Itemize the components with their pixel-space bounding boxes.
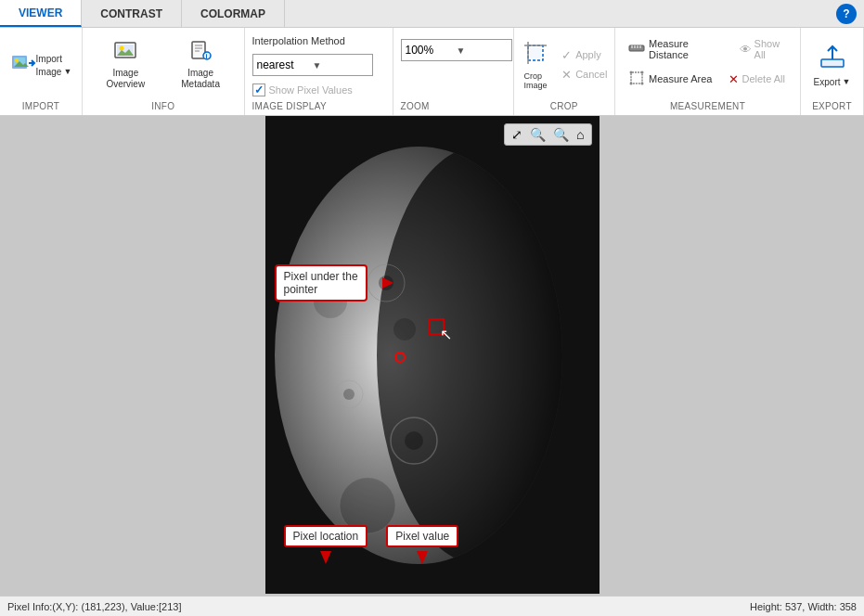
zoom-fit-button[interactable]: ⤢: [509, 126, 525, 143]
image-display-group-label: IMAGE DISPLAY: [252, 97, 327, 111]
measurement-group-label: MEASUREMENT: [670, 97, 745, 111]
zoom-in-button[interactable]: 🔍: [527, 126, 548, 143]
svg-rect-15: [530, 47, 541, 58]
tab-contrast[interactable]: CONTRAST: [82, 0, 182, 27]
help-button[interactable]: ?: [836, 4, 857, 24]
tab-viewer[interactable]: VIEWER: [0, 0, 82, 27]
import-label2: Image ▼: [36, 67, 72, 78]
checkbox-check-icon: ✓: [254, 83, 264, 96]
zoom-group-label: ZOOM: [401, 97, 430, 111]
crop-group: CropImage ✓ Apply ✕ Cancel CROP: [514, 28, 616, 115]
export-group: Export ▼ EXPORT: [801, 28, 864, 115]
delete-all-button[interactable]: ✕ Delete All: [725, 67, 788, 91]
overview-icon: [114, 40, 136, 66]
status-bar: Pixel Info:(X,Y): (181,223), Value:[213]…: [0, 596, 864, 616]
status-right: Height: 537, Width: 358: [750, 601, 857, 612]
main-area: ⤢ 🔍 🔍 ⌂ Pixel under the pointer ↖: [0, 116, 864, 596]
image-display-group: Interpolation Method nearest ▼ ✓ Show Pi…: [245, 28, 393, 115]
interp-method-label: Interpolation Method: [252, 35, 345, 46]
crop-image-button[interactable]: CropImage: [517, 36, 554, 94]
interp-select[interactable]: nearest ▼: [252, 54, 373, 76]
crop-side-buttons: ✓ Apply ✕ Cancel: [558, 46, 611, 83]
interp-arrow-icon: ▼: [313, 60, 368, 71]
status-left: Pixel Info:(X,Y): (181,223), Value:[213]: [7, 601, 182, 612]
svg-text:i: i: [206, 53, 208, 59]
zoom-out-button[interactable]: 🔍: [550, 126, 572, 143]
cancel-label: Cancel: [575, 69, 607, 80]
delete-icon: ✕: [729, 72, 739, 86]
export-icon: [819, 43, 846, 77]
zoom-value: 100%: [406, 44, 457, 57]
measure-area-label: Measure Area: [649, 73, 712, 84]
eye-icon: 👁: [740, 43, 752, 57]
svg-point-38: [405, 431, 423, 450]
ruler-icon: [628, 40, 645, 58]
crop-icon: [522, 40, 548, 71]
show-all-label: Show All: [754, 38, 789, 60]
info-group: Image Overview i Image Metadata INFO: [83, 28, 245, 115]
import-image-button[interactable]: Import Image ▼: [5, 46, 78, 83]
show-pixel-label: Show Pixel Values: [269, 84, 353, 96]
export-button[interactable]: Export ▼: [806, 39, 858, 91]
svg-point-25: [641, 71, 644, 74]
crop-group-label: CROP: [550, 97, 578, 111]
svg-point-41: [393, 318, 416, 340]
pixel-value-arrow: [417, 551, 428, 564]
overview-label: Image Overview: [96, 68, 156, 90]
svg-rect-18: [629, 45, 644, 51]
zoom-arrow-icon: ▼: [457, 45, 508, 56]
zoom-select[interactable]: 100% ▼: [401, 39, 512, 61]
export-arrow-icon: ▼: [843, 77, 851, 86]
interp-value: nearest: [257, 58, 313, 71]
cancel-x-icon: ✕: [561, 68, 572, 82]
home-button[interactable]: ⌂: [574, 126, 587, 143]
image-toolbar: ⤢ 🔍 🔍 ⌂: [504, 123, 591, 146]
measure-distance-button[interactable]: Measure Distance: [623, 35, 729, 63]
svg-rect-28: [821, 59, 844, 67]
bottom-annotations: Pixel location Pixel value: [284, 525, 459, 547]
crop-label: CropImage: [524, 71, 548, 90]
info-group-label: INFO: [151, 97, 174, 111]
pixel-tooltip: Pixel under the pointer: [275, 264, 368, 302]
export-label: Export ▼: [814, 77, 851, 87]
show-pixel-checkbox[interactable]: ✓: [252, 83, 265, 96]
pixel-value-annotation: Pixel value: [386, 525, 458, 547]
cancel-button[interactable]: ✕ Cancel: [558, 66, 611, 83]
delete-all-label: Delete All: [741, 73, 784, 84]
svg-point-24: [630, 71, 633, 74]
measure-area-button[interactable]: Measure Area: [623, 67, 717, 91]
pixel-location-label: Pixel location: [293, 530, 359, 543]
import-label: Import: [36, 54, 62, 65]
zoom-group: 100% ▼ ZOOM: [393, 28, 514, 115]
pixel-value-label: Pixel value: [395, 530, 449, 543]
svg-point-2: [15, 58, 19, 62]
show-pixel-row: ✓ Show Pixel Values: [252, 83, 353, 96]
svg-point-26: [630, 83, 633, 85]
pixel-location-annotation: Pixel location: [284, 525, 368, 547]
area-icon: [628, 70, 645, 88]
ribbon: Import Image ▼ IMPORT Image Overview: [0, 28, 864, 116]
apply-label: Apply: [575, 49, 601, 60]
image-panel[interactable]: ⤢ 🔍 🔍 ⌂ Pixel under the pointer ↖: [0, 116, 864, 596]
apply-button[interactable]: ✓ Apply: [558, 46, 611, 64]
moon-image[interactable]: ⤢ 🔍 🔍 ⌂ Pixel under the pointer ↖: [265, 116, 600, 594]
import-group-label: IMPORT: [22, 97, 60, 111]
image-container: ⤢ 🔍 🔍 ⌂ Pixel under the pointer ↖: [265, 116, 600, 594]
svg-point-36: [343, 389, 355, 400]
image-overview-button[interactable]: Image Overview: [90, 36, 161, 94]
svg-point-6: [120, 45, 124, 50]
export-group-label: EXPORT: [812, 97, 852, 111]
svg-rect-23: [631, 72, 642, 83]
tooltip-text-line1: Pixel under the: [284, 270, 358, 283]
import-icon: [10, 50, 36, 80]
show-all-button[interactable]: 👁 Show All: [736, 35, 793, 63]
image-metadata-button[interactable]: i Image Metadata: [165, 36, 237, 94]
tab-bar: VIEWER CONTRAST COLORMAP ?: [0, 0, 864, 28]
measurement-group: Measure Distance 👁 Show All: [615, 28, 801, 115]
cursor-icon: ↖: [440, 326, 452, 343]
tab-colormap[interactable]: COLORMAP: [182, 0, 285, 27]
svg-point-27: [641, 83, 644, 85]
import-group: Import Image ▼ IMPORT: [0, 28, 83, 115]
tooltip-text-line2: pointer: [284, 283, 318, 296]
apply-check-icon: ✓: [561, 48, 572, 62]
